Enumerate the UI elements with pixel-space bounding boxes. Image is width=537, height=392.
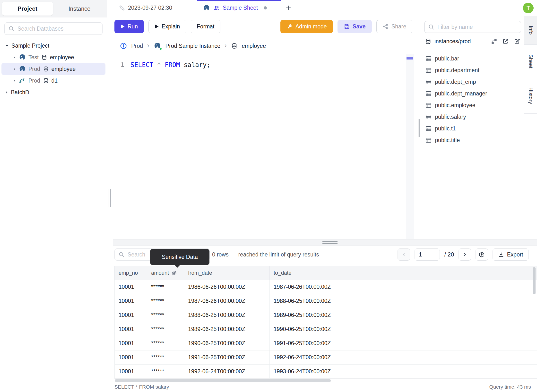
tree-db-label: employee [52,66,76,72]
tree-db-label: d1 [52,77,58,84]
export-button[interactable]: Export [493,248,529,261]
tree-db-prod-d1[interactable]: Prod d1 [1,75,105,86]
sheet-tab-label: Sample Sheet [223,5,258,11]
table-row[interactable]: 10001******1988-06-25T00:00:00Z1989-06-2… [114,308,537,322]
user-avatar[interactable]: T [523,3,534,13]
breadcrumb-database[interactable]: employee [242,43,266,49]
query-time: Query time: 43 ms [489,384,531,390]
breadcrumb-instance[interactable]: Prod Sample Instance [165,43,220,49]
tree-project-label: Sample Project [11,43,49,49]
tab-instance[interactable]: Instance [54,2,105,16]
database-icon [43,66,49,72]
column-header[interactable]: from_date [184,266,270,280]
table-filter-input[interactable] [437,24,517,30]
tab-history[interactable]: History [524,78,537,114]
table-icon [425,137,432,144]
chevron-right-icon: › [147,42,149,50]
sheet-tab-unsaved[interactable]: 2023-09-27 02:30 [113,0,197,16]
code-line[interactable]: 1 SELECT * FROM salary; [113,54,406,70]
database-search[interactable] [4,22,103,35]
column-header-masked[interactable]: amount [147,266,184,280]
results-toolbar: 0 rows - reached the limit of query resu… [114,248,536,261]
table-row[interactable]: 10001******1986-06-26T00:00:00Z1987-06-2… [114,280,537,294]
caret-right-icon[interactable] [13,79,16,83]
table-list-item[interactable]: public.bar [421,53,524,64]
table-list-item[interactable]: public.department [421,64,524,76]
results-resize-handle[interactable] [113,239,537,246]
table-row[interactable]: 10001******1990-06-25T00:00:00Z1991-06-2… [114,336,537,350]
tree-project-sample[interactable]: Sample Project [1,40,105,51]
table-list-item[interactable]: public.dept_emp [421,76,524,88]
connection-breadcrumb: Prod › Prod Sample Instance › employee [113,37,414,54]
share-button[interactable]: Share [376,20,412,33]
table-list-item[interactable]: public.dept_manager [421,88,524,99]
wrench-icon [286,23,293,30]
edit-sheet-icon[interactable] [514,38,520,45]
table-filter[interactable] [424,21,521,33]
table-icon [425,114,432,120]
table-icon [425,67,432,74]
table-list-item[interactable]: public.t1 [421,123,524,134]
caret-right-icon[interactable] [13,67,16,71]
column-header[interactable]: to_date [270,266,355,280]
eye-off-icon[interactable] [171,270,177,276]
database-search-input[interactable] [17,26,99,32]
caret-right-icon[interactable] [13,56,16,59]
vertical-scrollbar[interactable] [533,267,536,294]
next-page-button[interactable] [459,248,471,261]
prev-page-button[interactable] [398,248,410,261]
tab-sheet[interactable]: Sheet [524,45,537,78]
sql-keyword: FROM [165,61,180,68]
pagination: / 20 Export [398,248,529,261]
row-count: 0 rows [212,251,229,258]
sheet-tab-active[interactable]: Sample Sheet [197,0,281,16]
table-row[interactable]: 10001******1991-06-25T00:00:00Z1992-06-2… [114,350,537,365]
search-icon [8,26,15,32]
team-icon [213,5,220,11]
instance-online-dot [159,47,162,50]
tab-project[interactable]: Project [2,2,53,16]
admin-mode-button[interactable]: Admin mode [280,20,333,33]
page-total: / 20 [444,251,454,258]
caret-right-icon [5,91,9,94]
query-results-panel: 0 rows - reached the limit of query resu… [113,246,537,379]
raw-data-cube-button[interactable] [476,248,488,261]
tree-env-label: Test [28,54,39,61]
mysql-icon [19,77,26,84]
table-list-item[interactable]: public.salary [421,111,524,123]
sql-editor[interactable]: 1 SELECT * FROM salary; [113,54,406,239]
table-icon [425,102,432,109]
tab-info[interactable]: Info [524,16,537,45]
table-list-item[interactable]: public.title [421,134,524,146]
database-icon [43,77,49,84]
format-button[interactable]: Format [191,20,221,33]
tree-db-prod-employee[interactable]: Prod employee [1,63,105,75]
table-icon [425,125,432,132]
play-icon [155,24,159,29]
save-button[interactable]: Save [338,20,372,33]
editor-minimap[interactable] [406,54,414,239]
tree-db-test-employee[interactable]: Test employee [1,51,105,63]
minimap-code-mark [407,57,413,60]
sidebar-resize-handle[interactable] [107,0,113,392]
run-button[interactable]: Run [114,20,144,33]
external-link-icon[interactable] [502,38,509,45]
breadcrumb-environment[interactable]: Prod [131,43,143,49]
table-row[interactable]: 10001******1987-06-26T00:00:00Z1988-06-2… [114,294,537,308]
column-header[interactable]: emp_no [114,266,147,280]
table-row[interactable]: 10001******1989-06-25T00:00:00Z1990-06-2… [114,322,537,336]
explain-button[interactable]: Explain [148,20,186,33]
horizontal-scrollbar[interactable] [115,379,331,382]
tree-project-batchd[interactable]: BatchD [1,86,105,98]
schema-diagram-icon[interactable] [491,38,497,45]
right-panel-resize-handle[interactable] [414,16,421,239]
new-tab-button[interactable]: + [281,0,296,16]
chevron-right-icon: › [225,42,227,50]
table-list-item[interactable]: public.employee [421,99,524,111]
share-icon [382,23,389,30]
info-circle-icon[interactable] [120,42,127,50]
page-number-input[interactable] [415,248,440,261]
postgresql-icon [154,42,161,50]
table-row[interactable]: 10001******1992-06-24T00:00:00Z1993-06-2… [114,365,537,379]
sidebar-tab-switcher: Project Instance [0,0,107,17]
